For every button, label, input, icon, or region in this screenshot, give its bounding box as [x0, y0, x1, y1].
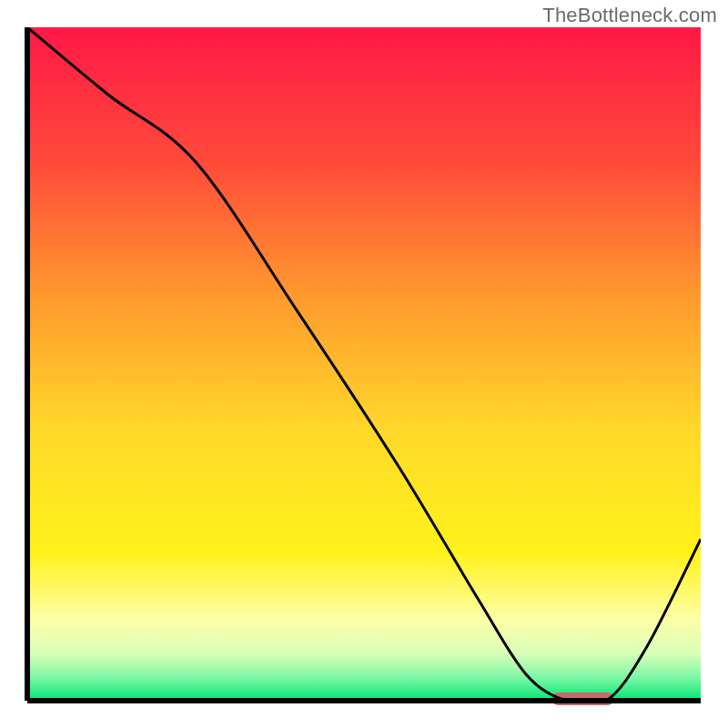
gradient-background: [27, 27, 701, 701]
chart-plot: [0, 0, 728, 728]
attribution-text: TheBottleneck.com: [542, 4, 717, 27]
bottleneck-chart: TheBottleneck.com: [0, 0, 728, 728]
